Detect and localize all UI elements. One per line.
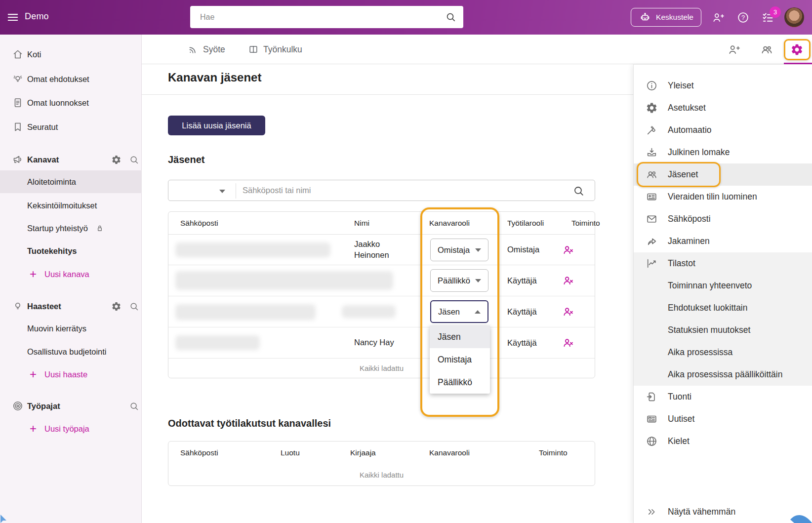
channel-role-select[interactable]: Omistaja [430, 239, 488, 261]
chat-button[interactable]: Keskustele [631, 8, 701, 27]
sidebar-challenge-muovin-kierratys[interactable]: Muovin kierrätys [0, 318, 142, 339]
collapse-settings-panel[interactable]: Näytä vähemmän [634, 501, 812, 523]
settings-item-ehdotukset-luokittain[interactable]: Ehdotukset luokittain [634, 297, 812, 319]
add-members-button[interactable]: Lisää uusia jäseniä [168, 116, 265, 135]
role-option-paallikko[interactable]: Päällikkö [430, 371, 490, 394]
col-header-action: Toiminto [527, 448, 596, 457]
sidebar-channel-keksintoilmoitukset[interactable]: Keksintöilmoitukset [0, 195, 142, 216]
filter-search-icon[interactable] [572, 185, 585, 197]
role-option-omistaja[interactable]: Omistaja [430, 348, 490, 371]
hamburger-menu-icon[interactable] [6, 11, 19, 24]
settings-item-label: Vieraiden tilin luominen [668, 192, 757, 202]
channel-settings-gear-icon[interactable] [790, 43, 804, 56]
remove-member-icon[interactable] [562, 274, 574, 287]
col-header-email: Sähköposti [168, 219, 342, 228]
role-option-jasen[interactable]: Jäsen [430, 325, 490, 348]
settings-item-aika-prosessissa-paallikoittain[interactable]: Aika prosessissa päälliköittäin [634, 363, 812, 386]
remove-member-icon[interactable] [562, 243, 574, 256]
target-icon [12, 400, 24, 412]
workflow-columns-icon [248, 44, 259, 55]
add-member-icon[interactable] [727, 43, 740, 56]
settings-item-statuksien-muutokset[interactable]: Statuksien muutokset [634, 319, 812, 341]
col-header-email: Sähköposti [168, 448, 269, 457]
haasteet-settings-gear-icon[interactable] [111, 301, 122, 312]
sidebar-item-koti[interactable]: Koti [0, 43, 142, 65]
remove-member-icon[interactable] [562, 305, 574, 318]
settings-item-julkinen-lomake[interactable]: Julkinen lomake [634, 141, 812, 163]
settings-item-tilastot[interactable]: Tilastot [634, 252, 812, 275]
svg-text:?: ? [741, 14, 745, 21]
kanavat-settings-gear-icon[interactable] [111, 155, 122, 165]
notifications-badge: 3 [770, 6, 781, 18]
lightbulb-icon [12, 300, 24, 312]
add-challenge-link[interactable]: + Uusi haaste [0, 363, 142, 385]
tab-label: Syöte [203, 44, 225, 55]
channel-label: Aloitetoiminta [27, 177, 76, 187]
sidebar-section-tyopajat[interactable]: Työpajat [0, 395, 142, 417]
redacted-email-and-name [175, 271, 393, 290]
members-table: Sähköposti Nimi Kanavarooli Työtilarooli… [168, 211, 595, 378]
app-root: Demo Keskustele ? [0, 0, 812, 523]
settings-item-sahkoposti[interactable]: Sähköposti [634, 208, 812, 230]
sidebar-channel-startup-yhteistyo[interactable]: Startup yhteistyö [0, 217, 142, 239]
workspace-role: Käyttäjä [495, 338, 560, 348]
sidebar-channel-tuotekehitys[interactable]: Tuotekehitys [0, 240, 142, 262]
col-header-created: Luotu [269, 448, 338, 457]
document-icon [12, 97, 24, 109]
file-import-icon [646, 391, 658, 403]
settings-item-jasenet[interactable]: Jäsenet [634, 163, 812, 186]
col-header-action: Toiminto [560, 219, 596, 228]
sidebar-challenge-osallistuva-budjetointi[interactable]: Osallistuva budjetointi [0, 341, 142, 362]
kanavat-search-icon[interactable] [129, 155, 139, 165]
channel-role-value: Päällikkö [438, 276, 470, 285]
tab-tyonkulku[interactable]: Työnkulku [248, 35, 302, 64]
search-icon[interactable] [445, 11, 456, 23]
haasteet-search-icon[interactable] [129, 301, 139, 312]
settings-item-toiminnan-yhteenveto[interactable]: Toiminnan yhteenveto [634, 275, 812, 297]
add-workshop-link[interactable]: + Uusi työpaja [0, 418, 142, 440]
remove-member-icon[interactable] [562, 336, 574, 349]
add-workshop-label: Uusi työpaja [44, 424, 89, 434]
plus-icon: + [30, 268, 37, 280]
sidebar-item-label: Omat ehdotukset [27, 75, 89, 84]
channel-label: Keksintöilmoitukset [27, 201, 97, 210]
settings-item-yleiset[interactable]: Yleiset [634, 75, 812, 97]
id-card-icon [646, 191, 658, 203]
settings-item-tuonti[interactable]: Tuonti [634, 386, 812, 408]
settings-item-jakaminen[interactable]: Jakaminen [634, 230, 812, 252]
channel-role-select[interactable]: Päällikkö [430, 269, 488, 292]
settings-item-asetukset[interactable]: Asetukset [634, 97, 812, 119]
help-icon[interactable]: ? [736, 11, 750, 24]
tyopajat-search-icon[interactable] [129, 401, 139, 411]
sidebar-channel-aloitetoiminta[interactable]: Aloitetoiminta [0, 170, 142, 193]
plus-icon: + [30, 368, 37, 380]
tab-label: Työnkulku [263, 44, 302, 55]
bookmark-icon [12, 121, 24, 133]
sidebar-item-omat-ehdotukset[interactable]: Omat ehdotukset [0, 68, 142, 90]
members-group-icon[interactable] [760, 43, 773, 56]
sidebar-section-kanavat[interactable]: Kanavat [0, 149, 142, 170]
invite-user-icon[interactable] [711, 11, 725, 24]
settings-item-uutiset[interactable]: Uutiset [634, 408, 812, 430]
channel-role-select-open[interactable]: Jäsen [430, 300, 488, 323]
member-filter-input[interactable] [243, 180, 559, 201]
sidebar-item-seuratut[interactable]: Seuratut [0, 116, 142, 138]
workspace-role: Käyttäjä [495, 276, 560, 285]
tab-syote[interactable]: Syöte [188, 35, 225, 64]
sidebar-item-omat-luonnokset[interactable]: Omat luonnokset [0, 92, 142, 114]
chat-button-label: Keskustele [656, 13, 693, 22]
settings-item-kielet[interactable]: Kielet [634, 430, 812, 452]
channel-toolbar: Syöte Työnkulku [142, 35, 812, 64]
add-channel-link[interactable]: + Uusi kanava [0, 263, 142, 285]
redacted-email [175, 335, 260, 350]
settings-item-aika-prosessissa[interactable]: Aika prosessissa [634, 341, 812, 363]
settings-item-label: Julkinen lomake [668, 147, 730, 158]
settings-item-vieraiden-tilin-luominen[interactable]: Vieraiden tilin luominen [634, 186, 812, 208]
avatar[interactable] [784, 7, 804, 27]
settings-item-automaatio[interactable]: Automaatio [634, 119, 812, 141]
filter-dropdown-caret-icon[interactable] [219, 190, 225, 193]
sidebar-section-haasteet[interactable]: Haasteet [0, 295, 142, 317]
global-search-input[interactable] [200, 6, 437, 28]
settings-item-label: Aika prosessissa [668, 347, 732, 358]
settings-panel: Yleiset Asetukset Automaatio Julkinen lo… [633, 64, 812, 523]
